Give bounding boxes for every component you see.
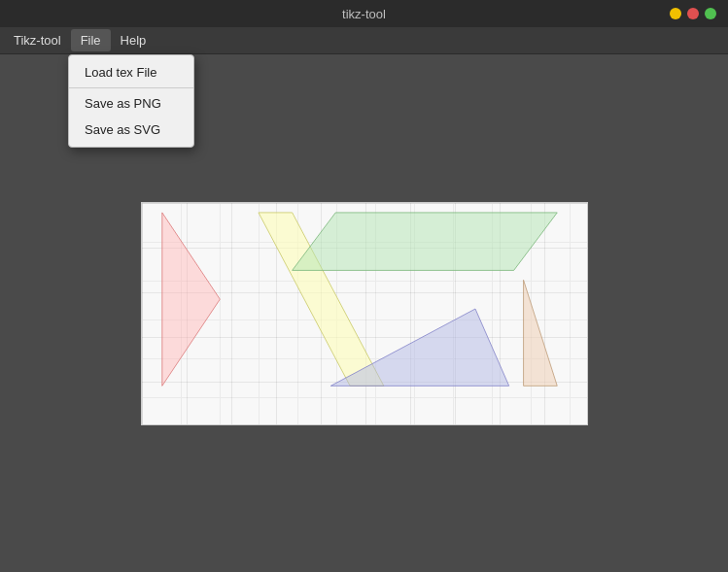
save-as-png-item[interactable]: Save as PNG bbox=[69, 90, 193, 117]
menu-file[interactable]: File bbox=[71, 29, 111, 51]
drawing-canvas bbox=[141, 202, 588, 425]
peach-triangle bbox=[523, 280, 557, 386]
menu-help[interactable]: Help bbox=[111, 29, 156, 51]
maximize-button[interactable] bbox=[705, 8, 716, 19]
pink-triangle bbox=[161, 212, 219, 385]
green-parallelogram bbox=[292, 212, 557, 269]
window-title: tikz-tool bbox=[342, 7, 386, 21]
shapes-svg bbox=[142, 203, 587, 424]
close-button[interactable] bbox=[687, 8, 699, 19]
dropdown-separator-1 bbox=[69, 87, 193, 88]
title-bar: tikz-tool bbox=[0, 0, 728, 27]
menu-tikz-tool[interactable]: Tikz-tool bbox=[4, 29, 71, 51]
minimize-button[interactable] bbox=[670, 8, 681, 19]
save-as-svg-item[interactable]: Save as SVG bbox=[69, 117, 193, 143]
window-controls bbox=[670, 8, 716, 19]
menu-bar: Tikz-tool File Help Load tex File Save a… bbox=[0, 27, 728, 54]
file-dropdown: Load tex File Save as PNG Save as SVG bbox=[68, 54, 194, 148]
load-tex-file-item[interactable]: Load tex File bbox=[69, 59, 193, 85]
